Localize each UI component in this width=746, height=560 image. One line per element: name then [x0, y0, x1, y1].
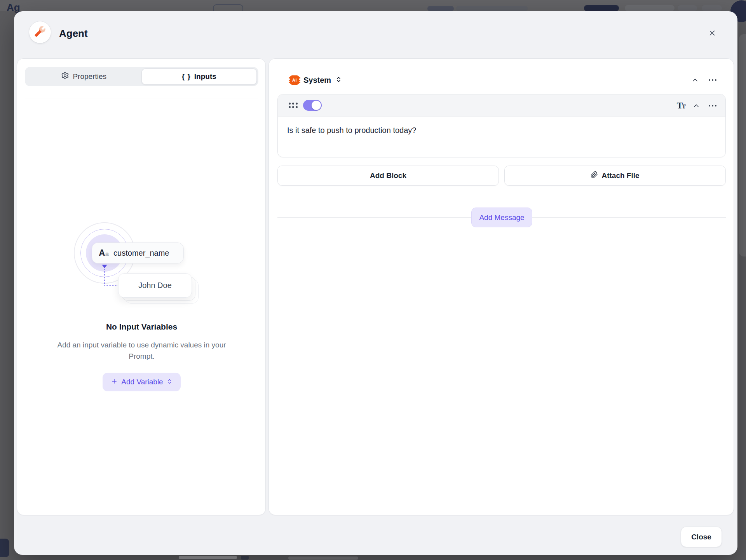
- collapse-message-icon[interactable]: [689, 74, 701, 86]
- add-block-label: Add Block: [370, 171, 406, 180]
- wrench-icon: [34, 26, 46, 39]
- background-app-title: Ag: [7, 2, 20, 14]
- empty-state-description: Add an input variable to use dynamic val…: [44, 339, 239, 362]
- add-message-button[interactable]: Add Message: [471, 208, 532, 227]
- background-pill: [427, 6, 454, 11]
- tab-properties-label: Properties: [73, 72, 106, 81]
- agent-node-avatar: [29, 21, 51, 43]
- agent-config-modal: Agent Properties { } Inputs: [14, 11, 737, 555]
- chevron-selector-icon: [167, 378, 173, 386]
- node-settings-panel: Properties { } Inputs A a customer_name …: [17, 58, 266, 515]
- background-toolbar-shape: [179, 556, 237, 559]
- collapse-block-icon[interactable]: [690, 100, 702, 112]
- background-panel-edge: [739, 34, 746, 256]
- prompt-block-header: TT: [278, 94, 725, 117]
- text-format-icon[interactable]: TT: [677, 101, 686, 111]
- toggle-knob: [312, 101, 321, 110]
- divider: [25, 98, 258, 98]
- close-button[interactable]: Close: [681, 527, 722, 547]
- background-pill: [456, 6, 528, 11]
- connector-dotted-line: [105, 285, 119, 286]
- plus-icon: [111, 378, 118, 387]
- editor-action-row: Add Block Attach File: [277, 166, 726, 186]
- close-icon[interactable]: [704, 25, 720, 41]
- background-publish-button-shape: [584, 5, 619, 11]
- tab-inputs[interactable]: { } Inputs: [141, 68, 257, 85]
- background-toolbar-shape: [288, 557, 358, 560]
- tab-inputs-label: Inputs: [194, 72, 216, 81]
- connector-arrow-icon: [102, 265, 107, 268]
- tab-properties[interactable]: Properties: [26, 68, 141, 85]
- add-variable-label: Add Variable: [121, 378, 163, 386]
- background-toolbar-shape: [241, 556, 249, 560]
- prompt-block-card: TT Is it safe to push to production toda…: [277, 94, 726, 157]
- modal-title: Agent: [59, 28, 88, 40]
- drag-handle-icon[interactable]: [289, 103, 298, 108]
- empty-state-title: No Input Variables: [17, 322, 266, 331]
- background-tab-shape: [213, 4, 243, 11]
- prompt-text-editor[interactable]: Is it safe to push to production today?: [278, 117, 725, 144]
- paperclip-icon: [591, 171, 598, 180]
- background-button-shape: [678, 5, 697, 11]
- background-canvas-control: [0, 539, 9, 557]
- message-more-menu-icon[interactable]: [707, 74, 718, 86]
- message-role-label: System: [303, 76, 331, 85]
- gear-icon: [61, 72, 69, 82]
- attach-file-label: Attach File: [601, 171, 639, 180]
- chevron-selector-icon[interactable]: [335, 76, 342, 84]
- add-block-button[interactable]: Add Block: [277, 166, 499, 186]
- background-button-shape: [625, 5, 675, 11]
- attach-file-button[interactable]: Attach File: [504, 166, 726, 186]
- block-toolbar: TT: [677, 94, 718, 117]
- connector-dotted-line: [104, 269, 105, 286]
- add-message-row: Add Message: [277, 208, 726, 227]
- block-more-menu-icon[interactable]: [707, 100, 718, 112]
- example-value-card-stack: John Doe: [118, 273, 192, 298]
- add-variable-button[interactable]: Add Variable: [103, 373, 181, 391]
- block-enabled-toggle[interactable]: [303, 100, 322, 111]
- settings-tabbar: Properties { } Inputs: [25, 67, 258, 86]
- example-variable-value: John Doe: [118, 273, 192, 298]
- text-variable-icon: A a: [99, 248, 109, 258]
- example-variable-pill: A a customer_name: [92, 242, 184, 263]
- ai-chip-icon: AI: [290, 75, 299, 85]
- example-variable-name: customer_name: [113, 249, 169, 258]
- braces-icon: { }: [182, 72, 191, 81]
- prompt-editor-panel: AI System TT: [268, 58, 734, 515]
- background-button-shape: [702, 5, 722, 11]
- message-role-row[interactable]: AI System: [290, 74, 342, 86]
